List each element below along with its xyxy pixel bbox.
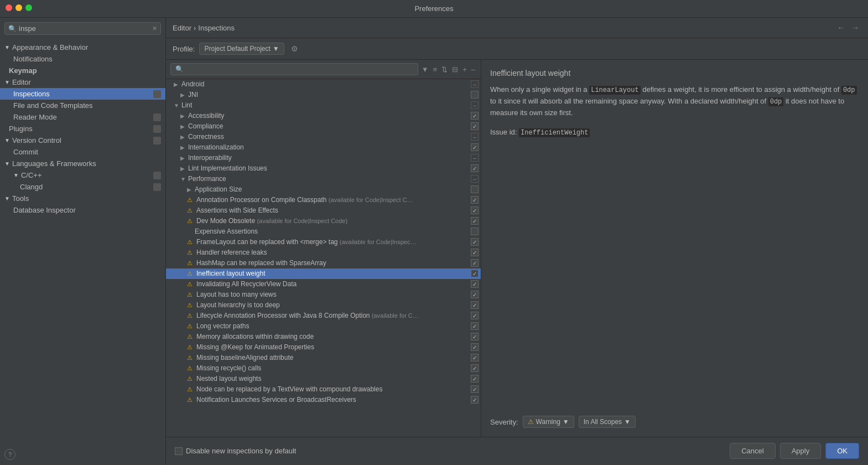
tree-row[interactable]: ⚠ Layout has too many views bbox=[166, 290, 481, 300]
checkbox[interactable] bbox=[471, 343, 479, 351]
checkbox[interactable] bbox=[471, 301, 479, 309]
minus-checkbox[interactable]: – bbox=[471, 154, 479, 162]
tree-row[interactable]: ⚠ Missing @Keep for Animated Properties bbox=[166, 342, 481, 353]
checkbox[interactable] bbox=[471, 249, 479, 256]
sidebar-item-database-inspector[interactable]: Database Inspector bbox=[0, 204, 165, 216]
sidebar-item-commit[interactable]: Commit bbox=[0, 146, 165, 158]
checkbox[interactable] bbox=[471, 280, 479, 288]
tree-row[interactable]: ▶ Application Size bbox=[166, 184, 481, 195]
expand-icon[interactable]: ≡ bbox=[432, 64, 439, 75]
tree-row[interactable]: ⚠ Invalidating All RecyclerView Data bbox=[166, 279, 481, 290]
sidebar-item-keymap[interactable]: Keymap bbox=[0, 65, 165, 76]
forward-button[interactable]: → bbox=[849, 22, 861, 33]
sidebar-item-version-control[interactable]: ▼ Version Control bbox=[0, 135, 165, 146]
tree-row[interactable]: ▶ Accessibility bbox=[166, 111, 481, 121]
filter-icon[interactable]: ▼ bbox=[420, 64, 430, 75]
cancel-button[interactable]: Cancel bbox=[730, 443, 775, 459]
checkbox[interactable] bbox=[471, 364, 479, 372]
back-button[interactable]: ← bbox=[835, 22, 847, 33]
add-icon[interactable]: + bbox=[461, 64, 468, 75]
tree-row[interactable]: ⚠ Missing baselineAligned attribute bbox=[166, 353, 481, 363]
severity-select[interactable]: ⚠ Warning ▼ bbox=[523, 416, 574, 428]
sidebar-item-clangd[interactable]: Clangd bbox=[0, 181, 165, 193]
sidebar-item-inspections[interactable]: Inspections bbox=[0, 88, 165, 100]
checkbox[interactable] bbox=[471, 354, 479, 361]
tree-row[interactable]: ▶ Lint Implementation Issues bbox=[166, 163, 481, 174]
minus-checkbox[interactable]: – bbox=[471, 175, 479, 183]
tree-row[interactable]: ▶ JNI bbox=[166, 90, 481, 100]
clear-icon[interactable]: ✕ bbox=[152, 25, 157, 32]
tree-row[interactable]: ⚠ Dev Mode Obsolete (available for Code|… bbox=[166, 216, 481, 226]
sort-icon[interactable]: ⇅ bbox=[440, 64, 449, 75]
tree-row[interactable]: ▼ Lint – bbox=[166, 100, 481, 111]
checkbox[interactable] bbox=[471, 375, 479, 383]
tree-row[interactable]: ⚠ Memory allocations within drawing code bbox=[166, 332, 481, 342]
sidebar-item-file-code-templates[interactable]: File and Code Templates bbox=[0, 100, 165, 111]
settings-icon[interactable]: ⚙ bbox=[289, 43, 300, 54]
tree-row[interactable]: ⚠ HashMap can be replaced with SparseArr… bbox=[166, 258, 481, 268]
tree-row[interactable]: ▼ Performance – bbox=[166, 174, 481, 184]
apply-button[interactable]: Apply bbox=[780, 443, 822, 459]
tree-row[interactable]: ⚠ Assertions with Side Effects bbox=[166, 205, 481, 216]
checkbox[interactable] bbox=[471, 217, 479, 225]
tree-row[interactable]: ▶ Compliance bbox=[166, 121, 481, 132]
sidebar-item-languages[interactable]: ▼ Languages & Frameworks bbox=[0, 158, 165, 169]
tree-row[interactable]: ⚠ Layout hierarchy is too deep bbox=[166, 300, 481, 311]
tree-row[interactable]: ⚠ Annotation Processor on Compile Classp… bbox=[166, 195, 481, 205]
tree-row[interactable]: ⚠ Missing recycle() calls bbox=[166, 363, 481, 374]
help-icon[interactable]: ? bbox=[4, 449, 15, 460]
tree-row[interactable]: ▶ Android – bbox=[166, 79, 481, 90]
tree-row[interactable]: ⚠ FrameLayout can be replaced with <merg… bbox=[166, 237, 481, 247]
tree-row[interactable]: Expensive Assertions bbox=[166, 226, 481, 237]
checkbox[interactable] bbox=[471, 164, 479, 172]
checkbox[interactable] bbox=[471, 143, 479, 151]
minus-checkbox[interactable]: – bbox=[471, 80, 479, 88]
tree-row[interactable]: ▶ Interoperability – bbox=[166, 153, 481, 163]
sidebar-item-reader-mode[interactable]: Reader Mode bbox=[0, 111, 165, 123]
tree-row[interactable]: ▶ Internationalization bbox=[166, 142, 481, 153]
sidebar-item-cpp[interactable]: ▼ C/C++ bbox=[0, 169, 165, 181]
tree-row[interactable]: ⚠ Nested layout weights bbox=[166, 374, 481, 384]
sidebar-item-editor[interactable]: ▼ Editor bbox=[0, 76, 165, 88]
minus-icon[interactable]: – bbox=[470, 64, 476, 75]
checkbox[interactable] bbox=[471, 122, 479, 130]
sidebar-item-plugins[interactable]: Plugins bbox=[0, 123, 165, 135]
checkbox[interactable] bbox=[471, 385, 479, 393]
checkbox[interactable] bbox=[471, 259, 479, 267]
checkbox[interactable] bbox=[471, 333, 479, 340]
sidebar-item-tools[interactable]: ▼ Tools bbox=[0, 193, 165, 204]
checkbox[interactable] bbox=[471, 196, 479, 204]
profile-select[interactable]: Project Default Project ▼ bbox=[199, 43, 284, 55]
inspection-search-input[interactable] bbox=[170, 63, 418, 75]
tree-row-inefficient[interactable]: ⚠ Inefficient layout weight bbox=[166, 268, 481, 279]
tree-row[interactable]: ⚠ Long vector paths bbox=[166, 321, 481, 332]
minus-checkbox[interactable]: – bbox=[471, 101, 479, 109]
minimize-button[interactable] bbox=[15, 4, 22, 11]
checkbox[interactable] bbox=[471, 396, 479, 404]
checkbox[interactable] bbox=[471, 238, 479, 246]
sidebar-item-notifications[interactable]: Notifications bbox=[0, 53, 165, 65]
checkbox[interactable] bbox=[471, 270, 479, 277]
checkbox[interactable] bbox=[471, 322, 479, 330]
tree-row[interactable]: ⚠ Lifecycle Annotation Processor with Ja… bbox=[166, 311, 481, 321]
ok-button[interactable]: OK bbox=[825, 443, 859, 459]
minus-checkbox[interactable]: – bbox=[471, 133, 479, 141]
checkbox[interactable] bbox=[471, 206, 479, 214]
checkbox[interactable] bbox=[471, 91, 479, 99]
tree-row[interactable]: ⚠ Handler reference leaks bbox=[166, 247, 481, 258]
tree-row[interactable]: ⚠ Notification Launches Services or Broa… bbox=[166, 395, 481, 405]
checkbox[interactable] bbox=[471, 228, 479, 235]
tree-row[interactable]: ▶ Correctness – bbox=[166, 132, 481, 142]
disable-inspections-checkbox[interactable] bbox=[175, 447, 183, 455]
breadcrumb-editor[interactable]: Editor bbox=[173, 24, 191, 32]
search-input[interactable] bbox=[19, 24, 152, 33]
scope-select[interactable]: In All Scopes ▼ bbox=[579, 416, 636, 428]
checkbox[interactable] bbox=[471, 185, 479, 193]
checkbox[interactable] bbox=[471, 291, 479, 298]
close-button[interactable] bbox=[6, 4, 12, 11]
sidebar-item-appearance[interactable]: ▼ Appearance & Behavior bbox=[0, 42, 165, 53]
checkbox[interactable] bbox=[471, 112, 479, 120]
tree-row[interactable]: ⚠ Node can be replaced by a TextView wit… bbox=[166, 384, 481, 395]
maximize-button[interactable] bbox=[25, 4, 32, 11]
group-icon[interactable]: ⊟ bbox=[451, 64, 459, 75]
